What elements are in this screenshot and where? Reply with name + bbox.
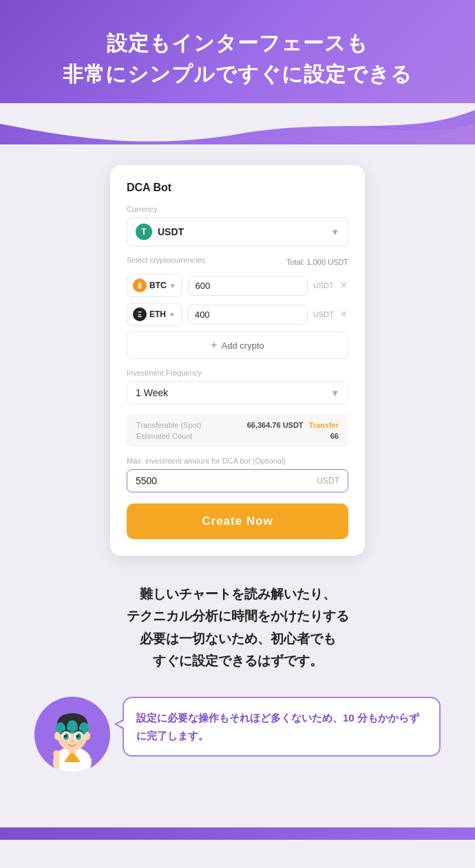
transferable-value-row: 66,364.76 USDT Transfer bbox=[247, 421, 339, 429]
plus-icon: + bbox=[211, 339, 217, 351]
svg-point-21 bbox=[60, 739, 67, 743]
header-title: 設定もインターフェースも 非常にシンプルですぐに設定できる bbox=[21, 28, 454, 89]
svg-point-22 bbox=[78, 739, 85, 743]
bottom-section: 設定に必要な操作もそれほど多くないため、10 分もかからずに完了します。 bbox=[21, 697, 454, 772]
svg-point-8 bbox=[67, 720, 78, 734]
speech-bubble: 設定に必要な操作もそれほど多くないため、10 分もかからずに完了します。 bbox=[123, 697, 441, 757]
bubble-text: 設定に必要な操作もそれほど多くないため、10 分もかからずに完了します。 bbox=[136, 709, 427, 744]
add-crypto-button[interactable]: + Add crypto bbox=[127, 332, 348, 359]
crypto-row-btc: ₿ BTC ▼ USDT × bbox=[127, 274, 348, 297]
svg-point-18 bbox=[64, 734, 65, 735]
estimated-count-label: Estimated Count bbox=[136, 432, 192, 440]
btc-remove-button[interactable]: × bbox=[339, 279, 348, 292]
btc-unit: USDT bbox=[313, 281, 334, 290]
freq-select[interactable]: 1 Week ▼ bbox=[127, 381, 348, 404]
eth-selector[interactable]: Ξ ETH ▼ bbox=[127, 303, 182, 326]
avatar bbox=[34, 697, 110, 772]
transfer-link[interactable]: Transfer bbox=[309, 421, 339, 429]
currency-select-inner: T USDT bbox=[136, 224, 184, 240]
currency-select[interactable]: T USDT ▼ bbox=[127, 217, 348, 246]
transferable-row: Transferable (Spot) 66,364.76 USDT Trans… bbox=[136, 421, 339, 429]
btc-chevron-icon: ▼ bbox=[169, 282, 176, 290]
eth-name: ETH bbox=[149, 310, 166, 319]
chevron-down-icon: ▼ bbox=[330, 227, 339, 237]
crypto-header: Select cryptocurrencies Total: 1,000 USD… bbox=[127, 256, 348, 268]
create-now-button[interactable]: Create Now bbox=[127, 503, 348, 539]
investment-freq-label: Investment Frequency bbox=[127, 369, 348, 377]
eth-chevron-icon: ▼ bbox=[169, 311, 176, 318]
eth-amount-input[interactable] bbox=[187, 305, 308, 325]
select-crypto-label: Select cryptocurrencies bbox=[127, 256, 205, 264]
crypto-total: Total: 1,000 USDT bbox=[286, 258, 348, 266]
svg-point-11 bbox=[85, 732, 90, 740]
currency-value: USDT bbox=[158, 226, 184, 237]
transferable-value: 66,364.76 USDT bbox=[247, 421, 304, 429]
estimated-count-value: 66 bbox=[330, 432, 339, 440]
svg-point-24 bbox=[53, 750, 60, 757]
btc-selector[interactable]: ₿ BTC ▼ bbox=[127, 274, 182, 297]
add-crypto-label: Add crypto bbox=[222, 340, 264, 351]
dca-bot-card: DCA Bot Currency T USDT ▼ Select cryptoc… bbox=[110, 165, 365, 556]
freq-value: 1 Week bbox=[136, 387, 168, 398]
max-invest-input[interactable] bbox=[136, 475, 317, 486]
wave-divider bbox=[0, 103, 475, 151]
dca-card-title: DCA Bot bbox=[127, 182, 348, 194]
max-invest-input-wrap: USDT bbox=[127, 469, 348, 492]
usdt-icon: T bbox=[136, 224, 152, 240]
middle-text: 難しいチャートを読み解いたり、 テクニカル分析に時間をかけたりする 必要は一切な… bbox=[120, 583, 356, 672]
btc-icon: ₿ bbox=[133, 279, 147, 292]
max-invest-label: Max. investment amount for DCA bot (Opti… bbox=[127, 457, 348, 465]
freq-chevron-icon: ▼ bbox=[330, 388, 339, 398]
estimated-count-row: Estimated Count 66 bbox=[136, 432, 339, 440]
svg-point-19 bbox=[76, 734, 78, 735]
svg-point-20 bbox=[71, 740, 74, 742]
svg-point-10 bbox=[54, 732, 60, 740]
btc-amount-input[interactable] bbox=[188, 276, 308, 296]
footer-strip bbox=[0, 827, 475, 840]
currency-label: Currency bbox=[127, 205, 348, 213]
crypto-row-eth: Ξ ETH ▼ USDT × bbox=[127, 303, 348, 326]
main-content: DCA Bot Currency T USDT ▼ Select cryptoc… bbox=[0, 151, 475, 800]
eth-unit: USDT bbox=[313, 310, 334, 318]
btc-name: BTC bbox=[149, 281, 167, 290]
max-invest-unit: USDT bbox=[317, 476, 339, 486]
info-box: Transferable (Spot) 66,364.76 USDT Trans… bbox=[127, 414, 348, 447]
eth-remove-button[interactable]: × bbox=[339, 308, 348, 321]
eth-icon: Ξ bbox=[133, 307, 147, 321]
transferable-label: Transferable (Spot) bbox=[136, 421, 201, 429]
